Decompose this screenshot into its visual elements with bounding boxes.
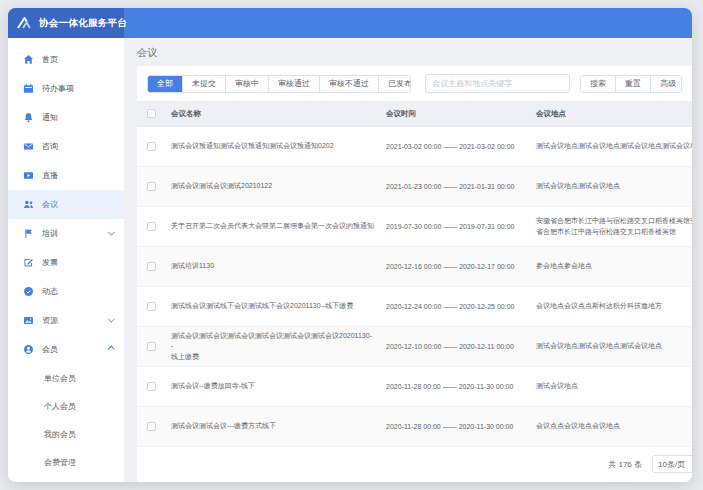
resource-icon <box>22 315 34 327</box>
row-checkbox[interactable] <box>147 342 156 351</box>
meetings-table: 会议名称会议时间会议地点测试会议预通知测试会议预通知测试会议预通知0202202… <box>137 101 692 448</box>
row-checkbox[interactable] <box>147 182 156 191</box>
sidebar-item-label: 资源 <box>42 315 58 326</box>
bell-icon <box>22 112 34 124</box>
sidebar-item-label: 发票 <box>42 257 58 268</box>
meeting-time-cell: 2019-07-30 00:00 —— 2019-07-31 00:00 <box>380 223 530 230</box>
column-header-location: 会议地点 <box>530 108 692 120</box>
sidebar: 首页待办事项通知咨询直播会议培训发票动态资源会员单位会员个人会员我的会员会费管理 <box>8 38 124 482</box>
table-row[interactable]: 测试线会议测试线下会议测试线下会议20201130--线下缴费2020-12-2… <box>137 287 692 327</box>
meeting-time-cell: 2020-12-16 00:00 —— 2020-12-17 00:00 <box>380 263 530 270</box>
sidebar-item-resource[interactable]: 资源 <box>8 306 124 335</box>
sidebar-item-label: 会议 <box>42 199 58 210</box>
meeting-name-cell: 测试线会议测试线下会议测试线下会议20201130--线下缴费 <box>165 301 380 312</box>
meeting-location-cell: 测试会议地点测试会议地点测试会议地点 <box>530 341 692 352</box>
sidebar-item-label: 咨询 <box>42 141 58 152</box>
sidebar-subitem[interactable]: 个人会员 <box>8 392 124 420</box>
header-filler <box>124 8 692 38</box>
filter-tab-4[interactable]: 审核不通过 <box>319 76 378 92</box>
meeting-location-cell: 测试会议地点测试会议地点 <box>530 181 692 192</box>
table-row[interactable]: 测试会议预通知测试会议预通知测试会议预通知02022021-03-02 00:0… <box>137 127 692 167</box>
brand: 协会一体化服务平台 <box>8 8 124 38</box>
live-icon <box>22 170 34 182</box>
advanced-button[interactable]: 高级 <box>650 76 682 92</box>
sidebar-item-label: 首页 <box>42 54 58 65</box>
meeting-time-cell: 2020-12-24 00:00 —— 2020-12-25 00:00 <box>380 303 530 310</box>
table-row[interactable]: 测试会议测试会议---缴费方式线下2020-11-28 00:00 —— 202… <box>137 407 692 447</box>
row-checkbox[interactable] <box>147 142 156 151</box>
sidebar-item-meeting[interactable]: 会议 <box>8 190 124 219</box>
row-checkbox[interactable] <box>147 222 156 231</box>
row-checkbox[interactable] <box>147 382 156 391</box>
chevron-down-icon <box>108 229 114 235</box>
meeting-time-cell: 2020-11-28 00:00 —— 2020-11-30 00:00 <box>380 383 530 390</box>
app-title: 协会一体化服务平台 <box>39 17 127 30</box>
top-header-bar: 协会一体化服务平台 <box>8 8 692 38</box>
sidebar-item-invoice[interactable]: 发票 <box>8 248 124 277</box>
status-filter-group: 全部未提交审核中审核通过审核不通过已发布 <box>147 75 411 93</box>
meeting-location-cell: 测试会议地点 <box>530 381 692 392</box>
filter-toolbar: 全部未提交审核中审核通过审核不通过已发布 搜索重置高级 <box>137 66 692 101</box>
chevron-down-icon <box>108 316 114 322</box>
row-checkbox[interactable] <box>147 422 156 431</box>
reset-button[interactable]: 重置 <box>615 76 650 92</box>
page-size-select[interactable]: 10条/页 <box>652 455 692 473</box>
sidebar-item-calendar[interactable]: 待办事项 <box>8 74 124 103</box>
meeting-time-cell: 2020-12-10 00:00 —— 2020-12-11 00:00 <box>380 343 530 350</box>
filter-tab-0[interactable]: 全部 <box>148 76 182 92</box>
row-checkbox[interactable] <box>147 302 156 311</box>
meeting-name-cell: 测试会议测试会议---缴费方式线下 <box>165 421 380 432</box>
app-window: 协会一体化服务平台 首页待办事项通知咨询直播会议培训发票动态资源会员单位会员个人… <box>8 8 692 482</box>
sidebar-item-activity[interactable]: 动态 <box>8 277 124 306</box>
sidebar-item-label: 动态 <box>42 286 58 297</box>
content-card: 全部未提交审核中审核通过审核不通过已发布 搜索重置高级 会议名称会议时间会议地点… <box>137 66 692 482</box>
table-row[interactable]: 测试会议--缴费放回寺-线下2020-11-28 00:00 —— 2020-1… <box>137 367 692 407</box>
filter-tab-5[interactable]: 已发布 <box>378 76 411 92</box>
table-row[interactable]: 测试会议测试会议测试202101222021-01-23 00:00 —— 20… <box>137 167 692 207</box>
home-icon <box>22 54 34 66</box>
search-input[interactable] <box>425 74 570 93</box>
meeting-name-cell: 测试会议测试会议测试会议测试会议测试会议测试会议20201130-- 线上缴费 <box>165 331 380 363</box>
row-checkbox[interactable] <box>147 262 156 271</box>
sidebar-item-training[interactable]: 培训 <box>8 219 124 248</box>
table-row[interactable]: 关于召开第二次会员代表大会暨第二届理事会第一次会议的预通知2019-07-30 … <box>137 207 692 247</box>
training-icon <box>22 228 34 240</box>
mail-icon <box>22 141 34 153</box>
sidebar-subitem[interactable]: 会费管理 <box>8 448 124 476</box>
column-header-time: 会议时间 <box>380 109 530 119</box>
meeting-time-cell: 2021-01-23 00:00 —— 2021-01-31 00:00 <box>380 183 530 190</box>
meeting-name-cell: 测试会议预通知测试会议预通知测试会议预通知0202 <box>165 141 380 152</box>
sidebar-subitem[interactable]: 我的会员 <box>8 420 124 448</box>
calendar-icon <box>22 83 34 95</box>
member-icon <box>22 344 34 356</box>
sidebar-item-mail[interactable]: 咨询 <box>8 132 124 161</box>
filter-tab-1[interactable]: 未提交 <box>182 76 225 92</box>
sidebar-subitem[interactable]: 单位会员 <box>8 364 124 392</box>
sidebar-item-home[interactable]: 首页 <box>8 45 124 74</box>
meeting-icon <box>22 199 34 211</box>
search-action-group: 搜索重置高级 <box>580 75 682 93</box>
sidebar-item-member[interactable]: 会员 <box>8 335 124 364</box>
sidebar-item-label: 培训 <box>42 228 58 239</box>
meeting-location-cell: 安徽省合肥市长江中路与宿松路交叉口稻香楼宾馆安徽 省合肥市长江中路与宿松路交叉口… <box>530 216 692 238</box>
table-row[interactable]: 测试培训11302020-12-16 00:00 —— 2020-12-17 0… <box>137 247 692 287</box>
activity-icon <box>22 286 34 298</box>
filter-tab-3[interactable]: 审核通过 <box>268 76 319 92</box>
sidebar-item-label: 通知 <box>42 112 58 123</box>
table-row[interactable]: 测试会议测试会议测试会议测试会议测试会议测试会议20201130-- 线上缴费2… <box>137 327 692 367</box>
page-title: 会议 <box>124 38 692 66</box>
sidebar-item-live[interactable]: 直播 <box>8 161 124 190</box>
search-button[interactable]: 搜索 <box>581 76 615 92</box>
sidebar-item-label: 待办事项 <box>42 83 74 94</box>
meeting-location-cell: 会议点点会议地点会议地点 <box>530 421 692 432</box>
meeting-time-cell: 2021-03-02 00:00 —— 2021-03-02 00:00 <box>380 143 530 150</box>
sidebar-item-bell[interactable]: 通知 <box>8 103 124 132</box>
select-all-checkbox[interactable] <box>147 109 156 118</box>
meeting-time-cell: 2020-11-28 00:00 —— 2020-11-30 00:00 <box>380 423 530 430</box>
meeting-name-cell: 测试会议测试会议测试20210122 <box>165 181 380 192</box>
chevron-up-icon <box>108 346 114 352</box>
meeting-name-cell: 测试培训1130 <box>165 261 380 272</box>
meeting-location-cell: 会议地点会议点点斯柯达积分科技撒地方 <box>530 301 692 312</box>
column-header-name: 会议名称 <box>165 108 380 119</box>
filter-tab-2[interactable]: 审核中 <box>225 76 268 92</box>
